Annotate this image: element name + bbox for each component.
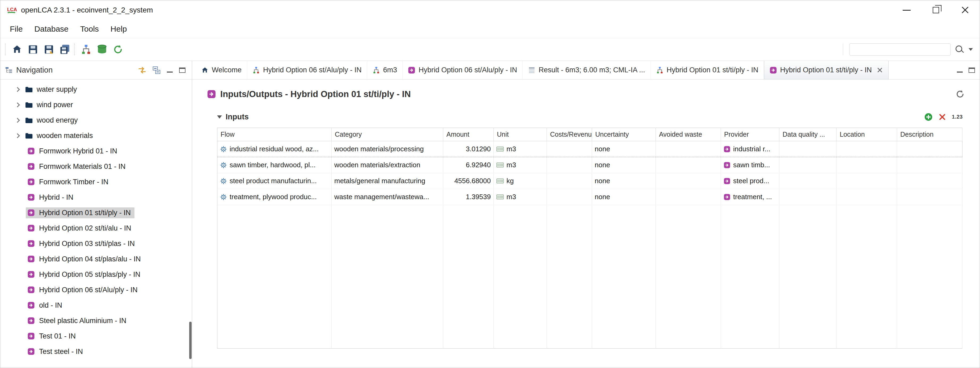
cell-unit[interactable]: kg xyxy=(494,173,547,189)
cell-amount[interactable]: 1.39539 xyxy=(443,189,494,205)
expand-chevron-icon[interactable] xyxy=(15,102,20,107)
save-as-button[interactable] xyxy=(42,42,56,57)
cell-category[interactable]: wooden materials/extraction xyxy=(332,157,443,173)
cell-unit[interactable]: m3 xyxy=(494,189,547,205)
cell-costs[interactable] xyxy=(547,189,592,205)
cell-costs[interactable] xyxy=(547,157,592,173)
editor-tab[interactable]: Hybrid Option 01 st/ti/ply - IN xyxy=(764,61,889,79)
expand-chevron-icon[interactable] xyxy=(15,87,20,92)
column-header[interactable]: Unit xyxy=(494,128,547,141)
nav-process-row[interactable]: Formwork Materials 01 - IN xyxy=(0,159,192,174)
cell-description[interactable] xyxy=(897,157,963,173)
cell-flow[interactable]: steel product manufacturin... xyxy=(217,173,332,189)
editor-tab[interactable]: Hybrid Option 06 st/Alu/ply - IN xyxy=(247,61,367,79)
nav-folder-row[interactable]: water supply xyxy=(0,82,192,97)
cell-avoided-waste[interactable] xyxy=(656,157,721,173)
column-header[interactable]: Avoided waste xyxy=(656,128,721,141)
nav-process-row[interactable]: Hybrid - IN xyxy=(0,190,192,205)
menu-item[interactable]: Database xyxy=(29,22,74,36)
add-row-button[interactable] xyxy=(924,113,933,121)
search-icon[interactable] xyxy=(955,45,964,54)
cell-data-quality[interactable] xyxy=(780,141,837,157)
cell-location[interactable] xyxy=(837,189,897,205)
column-header[interactable]: Amount xyxy=(443,128,494,141)
cell-uncertainty[interactable]: none xyxy=(592,189,656,205)
cell-description[interactable] xyxy=(897,141,963,157)
cell-avoided-waste[interactable] xyxy=(656,189,721,205)
cell-flow[interactable]: sawn timber, hardwood, pl... xyxy=(217,157,332,173)
cell-provider[interactable]: sawn timb... xyxy=(721,157,780,173)
column-header[interactable]: Flow xyxy=(217,128,332,141)
cell-data-quality[interactable] xyxy=(780,173,837,189)
nav-process-row[interactable]: Hybrid Option 01 st/ti/ply - IN xyxy=(0,205,192,220)
cell-data-quality[interactable] xyxy=(780,157,837,173)
editor-tab[interactable]: Hybrid Option 06 st/Alu/ply - IN xyxy=(402,61,523,79)
nav-process-row[interactable]: Formwork Hybrid 01 - IN xyxy=(0,143,192,159)
tab-close-icon[interactable] xyxy=(877,67,883,73)
nav-process-row[interactable]: Hybrid Option 04 st/plas/alu - IN xyxy=(0,251,192,267)
cell-amount[interactable]: 3.01290 xyxy=(443,141,494,157)
cell-amount[interactable]: 6.92940 xyxy=(443,157,494,173)
minimize-button[interactable] xyxy=(892,0,921,20)
nav-process-row[interactable]: Steel plastic Aluminium - IN xyxy=(0,313,192,328)
nav-process-row[interactable]: Hybrid Option 06 st/Alu/ply - IN xyxy=(0,282,192,298)
menu-item[interactable]: Help xyxy=(105,22,133,36)
database-button[interactable] xyxy=(95,42,109,57)
column-header[interactable]: Costs/Revenu... xyxy=(547,128,592,141)
column-header[interactable]: Uncertainty xyxy=(592,128,656,141)
nav-scrollbar[interactable] xyxy=(189,80,192,368)
cell-costs[interactable] xyxy=(547,141,592,157)
refresh-button[interactable] xyxy=(955,89,965,99)
section-collapse-icon[interactable] xyxy=(217,115,222,119)
search-input[interactable] xyxy=(850,43,950,56)
cell-provider[interactable]: industrial r... xyxy=(721,141,780,157)
cell-avoided-waste[interactable] xyxy=(656,173,721,189)
home-button[interactable] xyxy=(10,42,24,57)
cell-flow[interactable]: industrial residual wood, az... xyxy=(217,141,332,157)
nav-process-row[interactable]: old - IN xyxy=(0,298,192,313)
link-with-editor-icon[interactable] xyxy=(138,66,147,74)
cell-category[interactable]: metals/general manufacturing xyxy=(332,173,443,189)
nav-process-row[interactable]: Hybrid Option 03 st/ti/plas - IN xyxy=(0,236,192,251)
nav-process-row[interactable]: Hybrid Option 05 st/plas/ply - IN xyxy=(0,267,192,282)
editor-tab[interactable]: Welcome xyxy=(196,61,247,79)
nav-folder-row[interactable]: wind power xyxy=(0,97,192,113)
search-dropdown-caret[interactable] xyxy=(969,48,973,51)
close-button[interactable] xyxy=(950,0,980,20)
nav-folder-row[interactable]: wooden materials xyxy=(0,128,192,143)
cell-unit[interactable]: m3 xyxy=(494,141,547,157)
cell-amount[interactable]: 4556.68000 xyxy=(443,173,494,189)
reload-button[interactable] xyxy=(111,42,125,57)
editor-tab[interactable]: Hybrid Option 01 st/ti/ply - IN xyxy=(651,61,764,79)
save-all-button[interactable] xyxy=(58,42,72,57)
column-header[interactable]: Location xyxy=(837,128,897,141)
minimize-editor-icon[interactable] xyxy=(956,67,963,73)
editor-tab[interactable]: Result - 6m3; 6.00 m3; CML-IA ... xyxy=(523,61,651,79)
table-row[interactable]: steel product manufacturin... metals/gen… xyxy=(217,173,963,189)
cell-location[interactable] xyxy=(837,173,897,189)
cell-category[interactable]: waste management/wastewa... xyxy=(332,189,443,205)
column-header[interactable]: Provider xyxy=(721,128,780,141)
nav-process-row[interactable]: Test steel - IN xyxy=(0,344,192,359)
column-header[interactable]: Description xyxy=(897,128,963,141)
minimize-view-icon[interactable] xyxy=(166,67,173,73)
cell-avoided-waste[interactable] xyxy=(656,141,721,157)
delete-row-button[interactable] xyxy=(939,113,946,121)
maximize-editor-icon[interactable] xyxy=(969,67,975,73)
editor-tab[interactable]: 6m3 xyxy=(367,61,403,79)
model-graph-button[interactable] xyxy=(79,42,93,57)
table-row[interactable]: industrial residual wood, az... wooden m… xyxy=(217,141,963,157)
cell-unit[interactable]: m3 xyxy=(494,157,547,173)
nav-process-row[interactable]: Hybrid Option 02 st/ti/alu - IN xyxy=(0,220,192,236)
cell-location[interactable] xyxy=(837,141,897,157)
cell-uncertainty[interactable]: none xyxy=(592,173,656,189)
cell-location[interactable] xyxy=(837,157,897,173)
nav-process-row[interactable]: Test 01 - IN xyxy=(0,328,192,344)
cell-description[interactable] xyxy=(897,189,963,205)
cell-uncertainty[interactable]: none xyxy=(592,141,656,157)
cell-flow[interactable]: treatment, plywood produc... xyxy=(217,189,332,205)
expand-chevron-icon[interactable] xyxy=(15,118,20,123)
menu-item[interactable]: Tools xyxy=(75,22,105,36)
table-row[interactable]: sawn timber, hardwood, pl... wooden mate… xyxy=(217,157,963,173)
expand-chevron-icon[interactable] xyxy=(15,133,20,138)
